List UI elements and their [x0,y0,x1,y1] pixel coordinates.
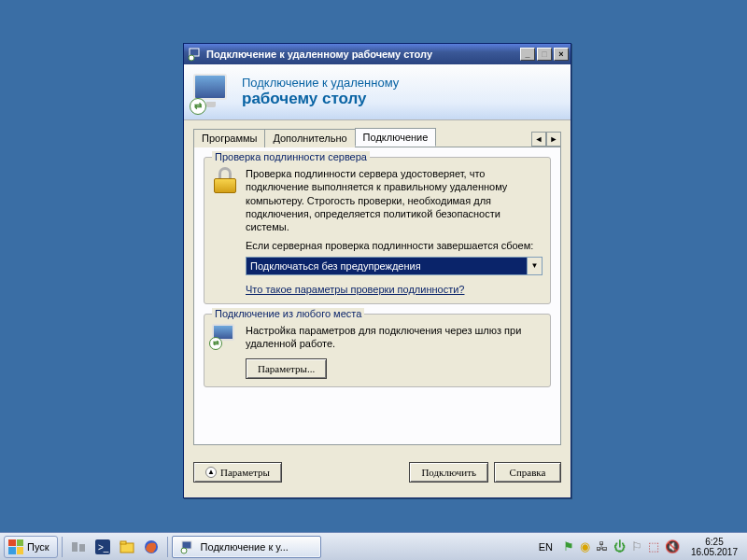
group-anywhere-legend: Подключение из любого места [212,308,364,319]
clock-time: 6:25 [691,537,738,547]
start-button[interactable]: Пуск [4,536,58,558]
taskbar-separator [62,537,63,557]
connect-button[interactable]: Подключить [409,462,488,483]
anywhere-description: Настройка параметров для подключения чер… [246,324,543,351]
lock-icon [212,167,246,296]
banner-line1: Подключение к удаленному [242,76,399,90]
svg-text:>_: >_ [98,542,109,553]
group-server-auth-legend: Проверка подлинности сервера [212,151,370,162]
rdp-dialog-window: Подключение к удаленному рабочему столу … [183,43,571,498]
gateway-icon: ⇄ [212,324,246,379]
tray-power-icon[interactable]: ⏻ [613,539,626,553]
windows-logo-icon [8,539,23,554]
auth-fail-value: Подключаться без предупреждения [250,259,421,273]
auth-fail-combobox[interactable]: Подключаться без предупреждения ▼ [246,257,543,275]
taskbar: Пуск >_ Подключение к у... EN ⚑ ◉ 🖧 ⏻ ⚐ … [0,532,747,560]
tab-panel-connection: Проверка подлинности сервера Проверка по… [193,147,561,445]
close-button[interactable]: × [554,48,569,61]
tab-programs[interactable]: Программы [193,129,265,147]
options-label: Параметры [220,467,270,478]
app-icon [188,47,203,62]
ql-powershell-icon[interactable]: >_ [92,537,113,557]
svg-rect-7 [120,541,126,544]
gateway-params-button[interactable]: Параметры... [246,358,327,379]
auth-help-link[interactable]: Что такое параметры проверки подлинности… [246,283,464,296]
taskbar-task-rdp[interactable]: Подключение к у... [172,536,321,558]
maximize-button: □ [537,48,552,61]
tray-sound-icon[interactable]: 🔇 [665,539,680,553]
tab-strip: Программы Дополнительно Подключение ◄ ► [193,128,561,147]
chevron-up-icon: ▲ [205,467,217,478]
svg-rect-2 [72,542,78,552]
tab-scroll-left[interactable]: ◄ [531,132,546,147]
group-connect-anywhere: Подключение из любого места ⇄ Настройка … [204,314,551,387]
task-app-icon [180,539,195,554]
ql-firefox-icon[interactable] [141,537,162,557]
tray-device-icon[interactable]: ⬚ [648,539,659,553]
start-label: Пуск [27,541,49,553]
minimize-button[interactable]: _ [520,48,535,61]
titlebar[interactable]: Подключение к удаленному рабочему столу … [184,44,571,64]
options-toggle-button[interactable]: ▲ Параметры [193,462,282,483]
tray-flag-icon[interactable]: ⚐ [631,539,642,553]
tab-scroll-right[interactable]: ► [546,132,561,147]
auth-fail-label: Если серверная проверка подлинности заве… [246,239,543,252]
tray-action-center-icon[interactable]: ⚑ [563,539,574,553]
clock-date: 16.05.2017 [691,547,738,557]
ql-explorer-icon[interactable] [117,537,137,557]
auth-description: Проверка подлинности сервера удостоверяе… [246,167,543,233]
svg-rect-3 [79,544,85,552]
tray-network-icon[interactable]: 🖧 [596,539,608,553]
tray-updates-icon[interactable]: ◉ [580,539,590,553]
task-title: Подключение к у... [201,541,289,553]
tab-connection[interactable]: Подключение [355,128,437,147]
help-button[interactable]: Справка [494,462,561,483]
chevron-down-icon: ▼ [527,258,542,274]
svg-point-10 [181,548,187,553]
rdp-icon: ⇄ [190,70,234,115]
ql-server-manager-icon[interactable] [68,537,89,557]
group-server-auth: Проверка подлинности сервера Проверка по… [204,157,551,304]
tray-clock[interactable]: 6:25 16.05.2017 [685,537,743,557]
tab-advanced[interactable]: Дополнительно [264,129,355,147]
language-indicator[interactable]: EN [534,539,557,555]
window-title: Подключение к удаленному рабочему столу [206,49,518,60]
banner-line2: рабочему столу [242,90,399,108]
header-banner: ⇄ Подключение к удаленному рабочему стол… [184,64,571,120]
taskbar-separator-2 [167,537,168,557]
svg-point-1 [189,55,194,61]
